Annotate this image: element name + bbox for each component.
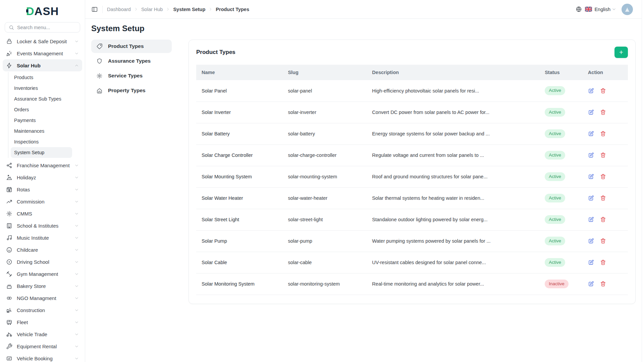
sidebar-item-school-institutes[interactable]: School & Institutes — [3, 220, 82, 232]
cell-action — [583, 80, 628, 102]
sidebar-item-cmms[interactable]: CMMS — [3, 207, 82, 220]
edit-button[interactable] — [588, 259, 594, 265]
status-badge: Active — [545, 194, 565, 203]
sidebar-item-driving-school[interactable]: Driving School — [3, 256, 82, 268]
delete-button[interactable] — [600, 217, 606, 223]
product-types-table: NameSlugDescriptionStatusAction Solar Pa… — [196, 65, 628, 295]
sidebar-item-childcare[interactable]: Childcare — [3, 244, 82, 256]
table-row: Solar Street Lightsolar-street-lightStan… — [196, 209, 628, 230]
status-badge: Active — [545, 86, 565, 95]
delete-button[interactable] — [600, 152, 606, 158]
edit-button[interactable] — [588, 238, 594, 244]
edit-button[interactable] — [588, 152, 594, 158]
page-title: System Setup — [91, 23, 636, 34]
cell-name: Solar Panel — [196, 80, 282, 102]
bus-icon — [6, 319, 12, 325]
cell-description: UV-resistant cables designed for solar p… — [367, 252, 539, 273]
submenu-item-label: Service Types — [108, 73, 143, 79]
chevron-down-icon — [74, 284, 79, 288]
edit-button[interactable] — [588, 281, 594, 287]
sidebar-subitem-inventories[interactable]: Inventories — [11, 83, 72, 94]
chevron-down-icon — [74, 199, 79, 204]
cake-icon — [6, 283, 12, 289]
delete-button[interactable] — [600, 131, 606, 137]
cell-slug: solar-panel — [282, 80, 367, 102]
sidebar-subitem-payments[interactable]: Payments — [11, 115, 72, 126]
sidebar-item-equipment-rental[interactable]: Equipment Rental — [3, 340, 82, 352]
edit-button[interactable] — [588, 195, 594, 201]
sidebar-item-gym-management[interactable]: Gym Management — [3, 268, 82, 280]
cell-action — [583, 273, 628, 295]
delete-button[interactable] — [600, 109, 606, 115]
breadcrumb-item-product-types[interactable]: Product Types — [216, 7, 249, 12]
sidebar-toggle-icon[interactable] — [91, 6, 98, 13]
action-buttons — [588, 238, 623, 244]
delete-button[interactable] — [600, 259, 606, 265]
sidebar-item-vehicle-booking[interactable]: Vehicle Booking — [3, 352, 82, 362]
language-selector[interactable]: English — [594, 7, 610, 12]
cell-slug: solar-mounting-system — [282, 166, 367, 187]
sidebar-subitem-assurance-sub-types[interactable]: Assurance Sub Types — [11, 94, 72, 104]
sidebar-item-label: Holidayz — [17, 175, 36, 180]
breadcrumb-item-solar-hub[interactable]: Solar Hub — [141, 7, 163, 12]
globe-icon[interactable] — [576, 6, 582, 12]
delete-button[interactable] — [600, 281, 606, 287]
sidebar-subitem-maintenances[interactable]: Maintenances — [11, 126, 72, 136]
avatar[interactable] — [622, 4, 633, 15]
table-row: Solar Water Heatersolar-water-heaterSola… — [196, 187, 628, 209]
sidebar-item-label: Events Management — [17, 51, 63, 56]
edit-button[interactable] — [588, 217, 594, 223]
share-nodes-icon — [6, 162, 12, 169]
sidebar-item-solar-hub[interactable]: Solar Hub — [3, 59, 82, 71]
cell-slug: solar-cable — [282, 252, 367, 273]
action-buttons — [588, 195, 623, 201]
sidebar-item-label: Vehicle Booking — [17, 356, 53, 361]
breadcrumb-item-system-setup[interactable]: System Setup — [173, 7, 205, 12]
sidebar-item-commission[interactable]: Commission — [3, 195, 82, 207]
scrollbar-gutter[interactable] — [642, 0, 644, 362]
cell-description: Roof and ground mounting structures for … — [367, 166, 539, 187]
cell-slug: solar-inverter — [282, 102, 367, 123]
edit-button[interactable] — [588, 88, 594, 94]
sidebar-subitem-orders[interactable]: Orders — [11, 104, 72, 115]
delete-button[interactable] — [600, 88, 606, 94]
link-loops-icon — [6, 295, 12, 301]
sidebar-item-rotas[interactable]: Rotas — [3, 183, 82, 195]
cell-description: Water pumping systems powered by solar p… — [367, 230, 539, 252]
submenu-item-property-types[interactable]: Property Types — [91, 84, 172, 97]
submenu-item-service-types[interactable]: Service Types — [91, 69, 172, 82]
sidebar-item-events-management[interactable]: Events Management — [3, 47, 82, 59]
action-buttons — [588, 217, 623, 223]
sidebar-subitem-products[interactable]: Products — [11, 72, 72, 83]
sidebar-subitem-system-setup[interactable]: System Setup — [11, 147, 72, 158]
submenu-item-label: Property Types — [108, 87, 146, 94]
delete-button[interactable] — [600, 195, 606, 201]
sidebar-item-locker-safe-deposit[interactable]: Locker & Safe Deposit — [3, 35, 82, 47]
sidebar-item-bakery-store[interactable]: Bakery Store — [3, 280, 82, 292]
sidebar-item-construction[interactable]: Construction — [3, 304, 82, 316]
sidebar-item-music-institute[interactable]: Music Institute — [3, 232, 82, 244]
add-product-type-button[interactable]: + — [614, 47, 628, 58]
edit-button[interactable] — [588, 109, 594, 115]
sidebar-item-franchise-management[interactable]: Franchise Management — [3, 159, 82, 171]
wrench-icon — [6, 343, 12, 350]
card-title: Product Types — [196, 49, 235, 56]
delete-button[interactable] — [600, 238, 606, 244]
cell-description: Energy storage systems for solar power b… — [367, 123, 539, 144]
edit-button[interactable] — [588, 131, 594, 137]
sidebar-item-holidayz[interactable]: Holidayz — [3, 171, 82, 183]
action-buttons — [588, 131, 623, 137]
chevron-down-icon[interactable] — [612, 7, 616, 11]
sidebar-item-ngo-managment[interactable]: NGO Managment — [3, 292, 82, 304]
edit-button[interactable] — [588, 174, 594, 180]
submenu-item-product-types[interactable]: Product Types — [91, 40, 172, 53]
sidebar-subitem-inspections[interactable]: Inspections — [11, 136, 72, 147]
breadcrumb-item-dashboard[interactable]: Dashboard — [107, 7, 131, 12]
sidebar-item-vehicle-trade[interactable]: Vehicle Trade — [3, 328, 82, 340]
app-logo: DASH — [3, 5, 82, 17]
cell-action — [583, 209, 628, 230]
sidebar-item-fleet[interactable]: Fleet — [3, 316, 82, 328]
search-input[interactable] — [17, 25, 76, 30]
submenu-item-assurance-types[interactable]: Assurance Types — [91, 54, 172, 68]
delete-button[interactable] — [600, 174, 606, 180]
